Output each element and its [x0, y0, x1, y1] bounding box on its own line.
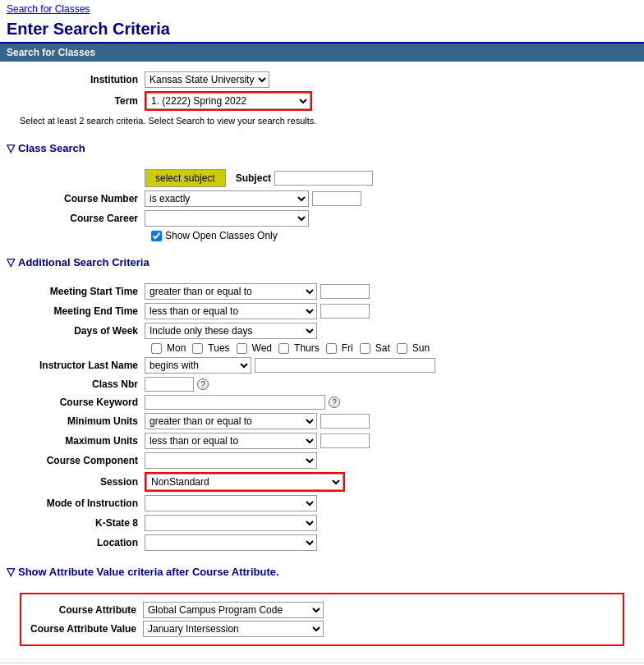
page-title: Enter Search Criteria	[0, 18, 644, 44]
class-search-arrow: ▽	[7, 142, 15, 154]
day-sun-checkbox[interactable]	[397, 343, 407, 354]
course-component-select[interactable]	[145, 452, 317, 469]
subject-label: Subject	[236, 172, 271, 184]
instructor-last-name-label: Instructor Last Name	[13, 360, 145, 371]
select-subject-button[interactable]: select subject	[145, 169, 226, 187]
instructor-select[interactable]: begins with contains is exactly	[145, 357, 251, 374]
mode-of-instruction-label: Mode of Instruction	[13, 498, 145, 509]
course-number-input[interactable]	[312, 191, 361, 206]
minimum-units-select[interactable]: greater than or equal to less than or eq…	[145, 413, 317, 429]
course-attribute-value-row: Course Attribute Value January Intersess…	[28, 621, 616, 637]
meeting-end-select[interactable]: less than or equal to greater than or eq…	[145, 303, 317, 319]
show-attribute-arrow: ▽	[7, 566, 15, 578]
course-career-label: Course Career	[13, 213, 145, 224]
additional-search-arrow: ▽	[7, 256, 15, 268]
course-component-label: Course Component	[13, 455, 145, 466]
info-text: Select at least 2 search criteria. Selec…	[13, 114, 631, 131]
day-thurs-checkbox[interactable]	[278, 343, 289, 354]
course-keyword-help-icon[interactable]: ?	[329, 397, 340, 408]
day-sat-checkbox[interactable]	[360, 343, 370, 354]
kstate8-label: K-State 8	[13, 517, 145, 529]
class-nbr-help-icon[interactable]: ?	[197, 378, 209, 390]
breadcrumb[interactable]: Search for Classes	[0, 0, 644, 18]
course-attribute-select[interactable]: Global Campus Program Code Other Option	[143, 602, 324, 618]
mode-of-instruction-select[interactable]	[145, 495, 317, 511]
session-select[interactable]: NonStandard Regular Academic Session Win…	[146, 474, 343, 490]
course-attribute-label: Course Attribute	[28, 604, 143, 616]
meeting-start-select[interactable]: greater than or equal to less than or eq…	[145, 283, 317, 300]
day-tues-checkbox[interactable]	[192, 343, 203, 354]
term-highlighted-border: 1. (2222) Spring 2022	[145, 91, 312, 111]
location-select[interactable]	[145, 534, 317, 551]
meeting-end-label: Meeting End Time	[13, 305, 145, 317]
class-search-header[interactable]: ▽ Class Search	[0, 137, 644, 159]
show-attribute-header[interactable]: ▽ Show Attribute Value criteria after Co…	[0, 561, 644, 583]
show-open-classes-row: Show Open Classes Only	[151, 230, 631, 241]
show-open-classes-checkbox[interactable]	[151, 231, 162, 241]
institution-label: Institution	[13, 74, 145, 85]
course-keyword-label: Course Keyword	[13, 397, 145, 408]
kstate8-select[interactable]	[145, 515, 317, 531]
meeting-start-input[interactable]	[320, 284, 370, 299]
location-label: Location	[13, 537, 145, 548]
instructor-input[interactable]	[255, 358, 435, 373]
course-keyword-input[interactable]	[145, 395, 325, 410]
session-label: Session	[13, 476, 145, 488]
day-mon-checkbox[interactable]	[151, 343, 162, 354]
institution-select[interactable]: Kansas State University	[145, 71, 269, 88]
days-of-week-select[interactable]: Include only these days Exclude these da…	[145, 323, 317, 339]
day-wed-checkbox[interactable]	[237, 343, 247, 354]
maximum-units-input[interactable]	[320, 433, 370, 448]
course-attribute-value-label: Course Attribute Value	[28, 623, 143, 635]
session-highlighted-border: NonStandard Regular Academic Session Win…	[145, 472, 345, 492]
maximum-units-label: Maximum Units	[13, 435, 145, 447]
minimum-units-label: Minimum Units	[13, 415, 145, 427]
subject-input[interactable]	[274, 171, 373, 186]
meeting-end-input[interactable]	[320, 304, 370, 319]
course-attribute-value-select[interactable]: January Intersession Other Value	[143, 621, 324, 637]
section-header: Search for Classes	[0, 44, 644, 62]
class-nbr-label: Class Nbr	[13, 378, 145, 390]
class-nbr-input[interactable]	[145, 377, 194, 392]
show-open-classes-label: Show Open Classes Only	[165, 230, 278, 241]
minimum-units-input[interactable]	[320, 414, 370, 429]
course-attribute-row: Course Attribute Global Campus Program C…	[28, 602, 616, 618]
course-number-select[interactable]: is exactly begins with contains greater …	[145, 190, 309, 207]
term-label: Term	[13, 95, 145, 107]
meeting-start-label: Meeting Start Time	[13, 286, 145, 297]
additional-search-header[interactable]: ▽ Additional Search Criteria	[0, 251, 644, 273]
maximum-units-select[interactable]: less than or equal to greater than or eq…	[145, 433, 317, 449]
attribute-section-border: Course Attribute Global Campus Program C…	[20, 593, 624, 646]
course-number-label: Course Number	[13, 193, 145, 204]
day-fri-checkbox[interactable]	[326, 343, 337, 354]
days-row: Mon Tues Wed Thurs Fri Sat Sun	[151, 342, 631, 354]
days-of-week-label: Days of Week	[13, 325, 145, 337]
term-select[interactable]: 1. (2222) Spring 2022	[146, 93, 310, 109]
course-career-select[interactable]	[145, 210, 309, 227]
